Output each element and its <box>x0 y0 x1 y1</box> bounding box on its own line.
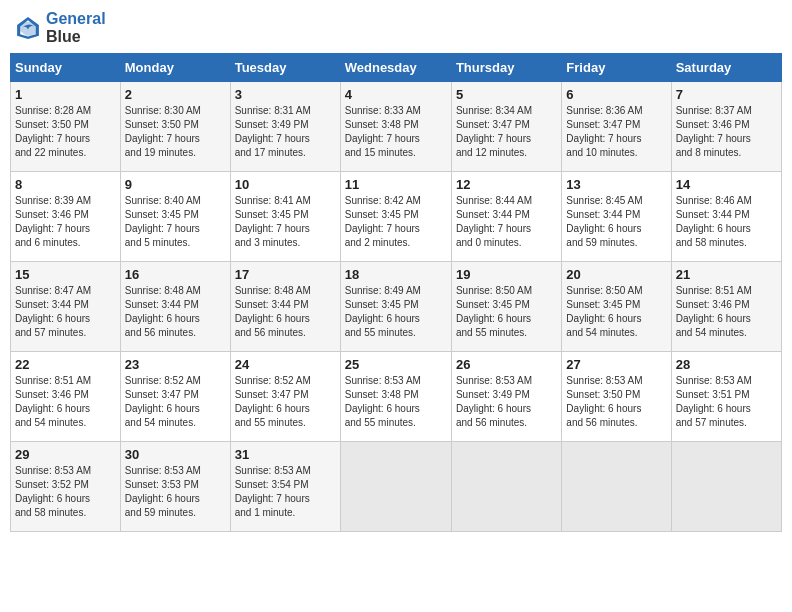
day-info: Sunrise: 8:48 AM Sunset: 3:44 PM Dayligh… <box>125 284 226 340</box>
day-cell: 21Sunrise: 8:51 AM Sunset: 3:46 PM Dayli… <box>671 262 781 352</box>
day-cell: 14Sunrise: 8:46 AM Sunset: 3:44 PM Dayli… <box>671 172 781 262</box>
day-number: 1 <box>15 87 116 102</box>
logo-text: General Blue <box>46 10 106 45</box>
day-number: 2 <box>125 87 226 102</box>
day-cell: 11Sunrise: 8:42 AM Sunset: 3:45 PM Dayli… <box>340 172 451 262</box>
day-number: 13 <box>566 177 666 192</box>
day-info: Sunrise: 8:50 AM Sunset: 3:45 PM Dayligh… <box>566 284 666 340</box>
day-cell: 17Sunrise: 8:48 AM Sunset: 3:44 PM Dayli… <box>230 262 340 352</box>
day-info: Sunrise: 8:53 AM Sunset: 3:54 PM Dayligh… <box>235 464 336 520</box>
day-cell: 12Sunrise: 8:44 AM Sunset: 3:44 PM Dayli… <box>451 172 561 262</box>
day-number: 22 <box>15 357 116 372</box>
column-header-wednesday: Wednesday <box>340 54 451 82</box>
day-cell: 5Sunrise: 8:34 AM Sunset: 3:47 PM Daylig… <box>451 82 561 172</box>
week-row-4: 22Sunrise: 8:51 AM Sunset: 3:46 PM Dayli… <box>11 352 782 442</box>
day-cell <box>451 442 561 532</box>
day-info: Sunrise: 8:53 AM Sunset: 3:51 PM Dayligh… <box>676 374 777 430</box>
column-header-saturday: Saturday <box>671 54 781 82</box>
day-number: 26 <box>456 357 557 372</box>
day-number: 21 <box>676 267 777 282</box>
day-info: Sunrise: 8:53 AM Sunset: 3:48 PM Dayligh… <box>345 374 447 430</box>
day-cell: 20Sunrise: 8:50 AM Sunset: 3:45 PM Dayli… <box>562 262 671 352</box>
day-number: 25 <box>345 357 447 372</box>
logo-icon <box>14 14 42 42</box>
day-cell: 16Sunrise: 8:48 AM Sunset: 3:44 PM Dayli… <box>120 262 230 352</box>
day-cell <box>340 442 451 532</box>
day-number: 17 <box>235 267 336 282</box>
day-info: Sunrise: 8:28 AM Sunset: 3:50 PM Dayligh… <box>15 104 116 160</box>
day-number: 4 <box>345 87 447 102</box>
day-number: 23 <box>125 357 226 372</box>
day-cell: 1Sunrise: 8:28 AM Sunset: 3:50 PM Daylig… <box>11 82 121 172</box>
day-number: 3 <box>235 87 336 102</box>
day-info: Sunrise: 8:41 AM Sunset: 3:45 PM Dayligh… <box>235 194 336 250</box>
day-info: Sunrise: 8:53 AM Sunset: 3:50 PM Dayligh… <box>566 374 666 430</box>
day-cell: 2Sunrise: 8:30 AM Sunset: 3:50 PM Daylig… <box>120 82 230 172</box>
column-header-monday: Monday <box>120 54 230 82</box>
day-info: Sunrise: 8:53 AM Sunset: 3:49 PM Dayligh… <box>456 374 557 430</box>
day-info: Sunrise: 8:37 AM Sunset: 3:46 PM Dayligh… <box>676 104 777 160</box>
day-cell: 29Sunrise: 8:53 AM Sunset: 3:52 PM Dayli… <box>11 442 121 532</box>
day-info: Sunrise: 8:48 AM Sunset: 3:44 PM Dayligh… <box>235 284 336 340</box>
day-info: Sunrise: 8:50 AM Sunset: 3:45 PM Dayligh… <box>456 284 557 340</box>
day-info: Sunrise: 8:34 AM Sunset: 3:47 PM Dayligh… <box>456 104 557 160</box>
day-info: Sunrise: 8:51 AM Sunset: 3:46 PM Dayligh… <box>676 284 777 340</box>
day-cell <box>671 442 781 532</box>
day-number: 30 <box>125 447 226 462</box>
day-info: Sunrise: 8:52 AM Sunset: 3:47 PM Dayligh… <box>125 374 226 430</box>
day-number: 29 <box>15 447 116 462</box>
column-header-thursday: Thursday <box>451 54 561 82</box>
calendar-table: SundayMondayTuesdayWednesdayThursdayFrid… <box>10 53 782 532</box>
day-number: 9 <box>125 177 226 192</box>
day-info: Sunrise: 8:49 AM Sunset: 3:45 PM Dayligh… <box>345 284 447 340</box>
day-cell: 10Sunrise: 8:41 AM Sunset: 3:45 PM Dayli… <box>230 172 340 262</box>
day-cell: 25Sunrise: 8:53 AM Sunset: 3:48 PM Dayli… <box>340 352 451 442</box>
day-cell: 3Sunrise: 8:31 AM Sunset: 3:49 PM Daylig… <box>230 82 340 172</box>
day-number: 15 <box>15 267 116 282</box>
day-cell: 15Sunrise: 8:47 AM Sunset: 3:44 PM Dayli… <box>11 262 121 352</box>
day-number: 27 <box>566 357 666 372</box>
day-cell: 13Sunrise: 8:45 AM Sunset: 3:44 PM Dayli… <box>562 172 671 262</box>
day-info: Sunrise: 8:52 AM Sunset: 3:47 PM Dayligh… <box>235 374 336 430</box>
day-number: 14 <box>676 177 777 192</box>
day-cell: 8Sunrise: 8:39 AM Sunset: 3:46 PM Daylig… <box>11 172 121 262</box>
day-info: Sunrise: 8:47 AM Sunset: 3:44 PM Dayligh… <box>15 284 116 340</box>
day-info: Sunrise: 8:39 AM Sunset: 3:46 PM Dayligh… <box>15 194 116 250</box>
day-number: 20 <box>566 267 666 282</box>
logo: General Blue <box>14 10 106 45</box>
day-info: Sunrise: 8:45 AM Sunset: 3:44 PM Dayligh… <box>566 194 666 250</box>
day-cell: 31Sunrise: 8:53 AM Sunset: 3:54 PM Dayli… <box>230 442 340 532</box>
header-row: SundayMondayTuesdayWednesdayThursdayFrid… <box>11 54 782 82</box>
day-cell: 24Sunrise: 8:52 AM Sunset: 3:47 PM Dayli… <box>230 352 340 442</box>
week-row-1: 1Sunrise: 8:28 AM Sunset: 3:50 PM Daylig… <box>11 82 782 172</box>
day-info: Sunrise: 8:42 AM Sunset: 3:45 PM Dayligh… <box>345 194 447 250</box>
day-number: 11 <box>345 177 447 192</box>
day-number: 6 <box>566 87 666 102</box>
day-cell: 18Sunrise: 8:49 AM Sunset: 3:45 PM Dayli… <box>340 262 451 352</box>
day-info: Sunrise: 8:31 AM Sunset: 3:49 PM Dayligh… <box>235 104 336 160</box>
day-number: 24 <box>235 357 336 372</box>
day-info: Sunrise: 8:40 AM Sunset: 3:45 PM Dayligh… <box>125 194 226 250</box>
day-number: 19 <box>456 267 557 282</box>
day-cell: 22Sunrise: 8:51 AM Sunset: 3:46 PM Dayli… <box>11 352 121 442</box>
day-number: 28 <box>676 357 777 372</box>
day-cell: 23Sunrise: 8:52 AM Sunset: 3:47 PM Dayli… <box>120 352 230 442</box>
page-header: General Blue <box>10 10 782 45</box>
column-header-sunday: Sunday <box>11 54 121 82</box>
day-number: 31 <box>235 447 336 462</box>
day-number: 8 <box>15 177 116 192</box>
day-cell: 26Sunrise: 8:53 AM Sunset: 3:49 PM Dayli… <box>451 352 561 442</box>
day-info: Sunrise: 8:36 AM Sunset: 3:47 PM Dayligh… <box>566 104 666 160</box>
day-cell: 7Sunrise: 8:37 AM Sunset: 3:46 PM Daylig… <box>671 82 781 172</box>
day-cell: 27Sunrise: 8:53 AM Sunset: 3:50 PM Dayli… <box>562 352 671 442</box>
day-cell: 6Sunrise: 8:36 AM Sunset: 3:47 PM Daylig… <box>562 82 671 172</box>
day-number: 16 <box>125 267 226 282</box>
day-info: Sunrise: 8:46 AM Sunset: 3:44 PM Dayligh… <box>676 194 777 250</box>
week-row-5: 29Sunrise: 8:53 AM Sunset: 3:52 PM Dayli… <box>11 442 782 532</box>
day-info: Sunrise: 8:53 AM Sunset: 3:53 PM Dayligh… <box>125 464 226 520</box>
day-number: 12 <box>456 177 557 192</box>
day-cell: 30Sunrise: 8:53 AM Sunset: 3:53 PM Dayli… <box>120 442 230 532</box>
column-header-tuesday: Tuesday <box>230 54 340 82</box>
day-info: Sunrise: 8:30 AM Sunset: 3:50 PM Dayligh… <box>125 104 226 160</box>
day-info: Sunrise: 8:51 AM Sunset: 3:46 PM Dayligh… <box>15 374 116 430</box>
